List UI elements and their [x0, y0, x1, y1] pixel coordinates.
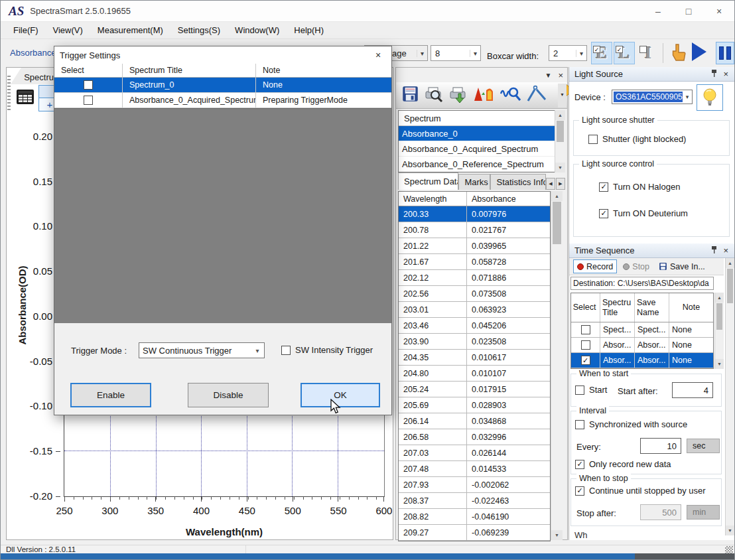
peak-analysis-icon[interactable] [473, 85, 496, 106]
table-row[interactable]: 204.80 0.010107 [399, 366, 550, 382]
scroll-down-icon[interactable]: ▼ [726, 525, 734, 535]
light-reference-toggle[interactable]: L ✓ [614, 42, 635, 64]
scroll-up-icon[interactable]: ▲ [715, 293, 724, 303]
tab-scroll-right-icon[interactable]: ▶ [556, 178, 565, 190]
table-row[interactable]: 208.82 -0.046190 [399, 509, 550, 525]
table-row[interactable]: ✓ Absorbance_0_Acquired_Spectrum Prepari… [54, 93, 391, 108]
tab-marks[interactable]: Marks [458, 174, 490, 190]
spectrum-list-scrollbar[interactable]: ▲ ▼ [555, 110, 565, 173]
menu-item[interactable]: View(V) [46, 23, 90, 37]
tab-statistics-info[interactable]: Statistics Info [490, 174, 546, 190]
list-item[interactable]: Absorbance_0_Reference_Spectrum [399, 157, 558, 172]
disable-button[interactable]: Disable [188, 383, 269, 407]
print-export-icon[interactable] [448, 85, 468, 106]
table-row[interactable]: 200.78 0.021767 [399, 222, 550, 238]
menu-item[interactable]: Settings(S) [170, 23, 228, 37]
list-item[interactable]: Absorbance_0 [399, 126, 558, 141]
trigger-mode-combo[interactable]: SW Continuous Trigger ▾ [139, 342, 265, 358]
start-after-input[interactable]: 4 [672, 382, 713, 398]
menu-item[interactable]: Measurement(M) [90, 23, 170, 37]
single-acquire-hand-icon[interactable] [668, 43, 688, 66]
device-combo[interactable]: OS361AC55009054 ▾ [612, 90, 693, 104]
collapse-icon[interactable]: ▼ [545, 72, 552, 79]
table-row[interactable]: 202.56 0.073508 [399, 286, 550, 302]
table-row[interactable]: 202.12 0.071886 [399, 270, 550, 286]
stop-after-input[interactable]: 500 [640, 504, 681, 520]
row-checkbox[interactable]: ✓ [581, 340, 590, 350]
sw-intensity-checkbox[interactable]: SW Intensity Trigger [281, 345, 373, 355]
tab-scroll-left-icon[interactable]: ◀ [546, 178, 555, 190]
table-row[interactable]: 200.33 0.007976 [399, 206, 550, 222]
pin-icon[interactable] [711, 70, 717, 79]
every-input[interactable]: 10 [640, 438, 681, 454]
table-row[interactable]: 203.90 0.023508 [399, 334, 550, 350]
electric-dark-toggle[interactable]: E ✓ [591, 42, 612, 64]
sequence-table-scrollbar[interactable]: ▲ ▼ [714, 293, 724, 369]
pin-icon[interactable] [711, 246, 717, 255]
table-row[interactable]: 208.37 -0.022463 [399, 493, 550, 509]
table-row[interactable]: ✓ Spectrum_0 None [54, 78, 391, 93]
save-icon[interactable] [401, 85, 419, 105]
minimize-button[interactable]: – [643, 1, 673, 22]
resize-grip[interactable] [725, 546, 733, 553]
scroll-up-icon[interactable]: ▲ [726, 258, 734, 268]
table-row[interactable]: 204.35 0.010617 [399, 350, 550, 366]
table-row[interactable]: 205.24 0.017915 [399, 382, 550, 397]
every-unit-button[interactable]: sec [687, 439, 720, 453]
row-checkbox[interactable]: ✓ [84, 80, 93, 90]
menu-item[interactable]: File(F) [6, 23, 46, 37]
enable-button[interactable]: Enable [70, 383, 151, 407]
table-row[interactable]: 201.22 0.039965 [399, 238, 550, 254]
table-row[interactable]: 207.03 0.026144 [399, 445, 550, 461]
close-button[interactable]: × [704, 1, 734, 22]
table-row[interactable]: 207.93 -0.002062 [399, 477, 550, 493]
print-preview-icon[interactable] [424, 85, 444, 106]
scroll-up-icon[interactable]: ▲ [551, 191, 563, 201]
play-button[interactable] [692, 42, 706, 61]
close-icon[interactable]: × [365, 46, 391, 64]
table-row[interactable]: ✓ Absor... Absor... None [571, 353, 713, 368]
only-new-data-checkbox[interactable]: ✓ Only record new data [575, 459, 671, 469]
table-row[interactable]: 207.48 0.014533 [399, 461, 550, 477]
table-row[interactable]: ✓ Spect... Spect... None [571, 322, 713, 338]
scroll-down-icon[interactable]: ▼ [555, 163, 565, 173]
continue-checkbox[interactable]: ✓ Continue until stopped by user [575, 486, 706, 496]
data-grid-icon[interactable] [16, 89, 34, 107]
record-button[interactable]: Record [573, 259, 617, 273]
row-checkbox[interactable]: ✓ [84, 96, 93, 105]
stop-unit-button[interactable]: min [687, 505, 720, 520]
table-row[interactable]: 203.46 0.045206 [399, 318, 550, 334]
scroll-down-icon[interactable]: ▼ [551, 530, 563, 540]
deuterium-checkbox[interactable]: ✓ Turn ON Deuterium [599, 208, 688, 218]
table-row[interactable]: 201.67 0.058728 [399, 254, 550, 270]
tab-spectrum-data[interactable]: Spectrum Data [398, 173, 458, 190]
list-item[interactable]: Absorbance_0_Acquired_Spectrum [399, 141, 558, 157]
menu-item[interactable]: Window(W) [228, 23, 287, 37]
table-row[interactable]: 209.27 -0.069239 [399, 525, 550, 541]
shutter-checkbox[interactable]: ✓ Shutter (light blocked) [588, 134, 686, 144]
close-icon[interactable]: × [723, 245, 728, 255]
table-row[interactable]: 203.01 0.063923 [399, 302, 550, 318]
toolbar-overflow-button[interactable]: ▾ [558, 84, 567, 107]
halogen-checkbox[interactable]: ✓ Turn ON Halogen [599, 182, 680, 192]
synchronized-checkbox[interactable]: ✓ Synchronized with source [575, 419, 687, 429]
light-bulb-button[interactable] [697, 84, 723, 111]
panel-scrollbar[interactable]: ▲ ▼ [725, 258, 734, 535]
start-checkbox[interactable]: ✓ Start [575, 385, 607, 395]
stop-button[interactable]: Stop [620, 259, 653, 273]
save-in-button[interactable]: Save In... [655, 259, 708, 273]
table-row[interactable]: ✓ Absor... Absor... None [571, 338, 713, 353]
spectrum-zoom-icon[interactable] [500, 86, 521, 105]
pause-button[interactable] [716, 42, 734, 64]
menu-item[interactable]: Help(H) [287, 23, 331, 37]
measure-tool-icon[interactable] [526, 85, 547, 106]
intensity-toggle[interactable]: I ✓ [637, 42, 659, 64]
row-checkbox[interactable]: ✓ [581, 356, 590, 365]
close-icon[interactable]: × [558, 70, 563, 80]
maximize-button[interactable]: □ [673, 1, 704, 22]
boxcar-combo[interactable]: 2 ▾ [549, 45, 587, 61]
data-table-scrollbar[interactable]: ▲ ▼ [551, 191, 563, 540]
table-row[interactable]: 206.58 0.032996 [399, 429, 550, 445]
row-checkbox[interactable]: ✓ [581, 325, 590, 334]
average-value-combo[interactable]: 8 ▾ [431, 45, 481, 61]
